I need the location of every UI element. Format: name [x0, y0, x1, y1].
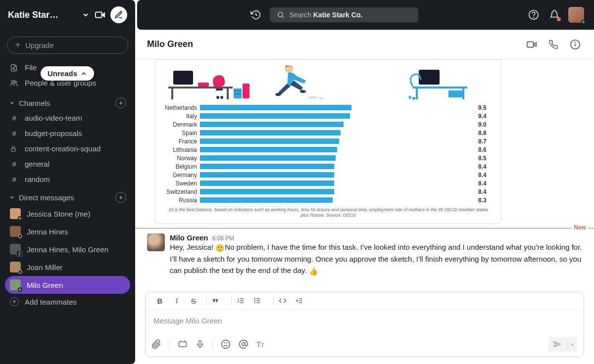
chart-bar-row: Russia8.3 [164, 196, 492, 204]
svg-rect-56 [199, 341, 201, 345]
add-dm-button[interactable]: + [115, 192, 126, 203]
add-channel-button[interactable]: + [115, 97, 126, 108]
channel-item[interactable]: #random [0, 172, 135, 187]
upgrade-label: Upgrade [25, 41, 54, 49]
italic-button[interactable]: I [169, 297, 184, 305]
dm-item[interactable]: Jenna Hines [0, 223, 135, 240]
svg-point-32 [308, 96, 318, 99]
strikethrough-button[interactable]: S [186, 297, 201, 305]
svg-point-40 [412, 97, 415, 100]
history-icon[interactable] [249, 8, 263, 22]
svg-point-29 [285, 66, 294, 73]
code-block-button[interactable] [296, 297, 310, 305]
add-teammates-button[interactable]: + Add teammates [0, 294, 135, 310]
search-input[interactable]: Search Katie Stark Co. [270, 7, 418, 22]
plus-icon: + [10, 297, 19, 306]
code-button[interactable] [279, 297, 294, 305]
message-text: Hey, Jessica! 🙂No problem, I have the ti… [170, 242, 582, 277]
avatar[interactable] [147, 233, 165, 251]
svg-rect-26 [234, 91, 242, 91]
new-label: New [572, 224, 588, 231]
dm-item[interactable]: Jessica Stone (me) [0, 205, 135, 223]
channel-item[interactable]: #audio-video-team [0, 110, 135, 126]
svg-point-59 [224, 343, 225, 343]
send-button[interactable] [548, 337, 567, 352]
presence-indicator [18, 270, 22, 274]
svg-point-23 [216, 96, 219, 99]
bold-button[interactable]: B [152, 297, 167, 305]
formatting-toggle-button[interactable]: TT [256, 340, 264, 349]
svg-point-61 [242, 343, 246, 346]
dms-list: Jessica Stone (me)Jenna Hines2Jenna Hine… [0, 205, 135, 294]
chart-category: France [164, 138, 197, 145]
dms-heading[interactable]: Direct messages + [0, 187, 135, 205]
bullet-list-button[interactable] [253, 297, 268, 305]
message[interactable]: Milo Green 6:06 PM Hey, Jessica! 🙂No pro… [135, 230, 594, 280]
main: Search Katie Stark Co. Milo Green [135, 0, 594, 364]
user-avatar[interactable] [568, 7, 584, 23]
chart-category: Sweden [164, 180, 197, 187]
dms-heading-label: Direct messages [19, 193, 74, 202]
notification-dot [557, 17, 561, 21]
presence-indicator [18, 216, 22, 221]
compose-button[interactable] [110, 6, 127, 23]
chart-value: 8.7 [478, 138, 492, 145]
composer-input[interactable]: Message Milo Green [146, 310, 584, 334]
formatting-toolbar: B I S [146, 292, 584, 310]
message-time: 6:06 PM [212, 235, 235, 242]
video-call-icon[interactable] [525, 39, 539, 50]
chart-category: Spain [164, 130, 197, 136]
emoji-button[interactable] [221, 339, 231, 349]
upgrade-button[interactable]: Upgrade [7, 37, 128, 54]
svg-point-16 [575, 42, 576, 43]
channel-item[interactable]: #budget-proposals [0, 126, 135, 141]
conversation-title[interactable]: Milo Green [147, 39, 517, 49]
svg-point-58 [222, 340, 230, 349]
ordered-list-button[interactable] [237, 297, 251, 305]
channels-heading[interactable]: Channels + [0, 92, 135, 110]
chart-bar-row: Netherlands9.5 [164, 103, 492, 112]
chart-bar-row: Spain8.8 [164, 129, 492, 137]
channel-item[interactable]: content-creation-squad [0, 141, 135, 156]
bell-icon[interactable] [547, 8, 561, 22]
chart-category: Germany [164, 172, 197, 179]
channel-item[interactable]: #general [0, 156, 135, 172]
chevron-down-icon [9, 194, 15, 200]
svg-rect-36 [462, 89, 464, 99]
message-author[interactable]: Milo Green [170, 233, 208, 242]
mention-button[interactable] [239, 339, 248, 349]
chart-bar-row: Switzerland8.4 [164, 187, 492, 196]
attach-file-button[interactable] [151, 339, 161, 349]
info-icon[interactable] [568, 39, 582, 50]
svg-point-48 [254, 300, 255, 301]
help-icon[interactable] [527, 8, 541, 22]
svg-point-6 [14, 81, 16, 83]
chart-attachment[interactable]: Netherlands9.5Italy9.4Denmark9.0Spain8.8… [155, 59, 501, 224]
search-prefix: Search [290, 11, 311, 19]
chart-category: Belgium [164, 163, 197, 170]
dm-name: Milo Green [27, 281, 63, 289]
svg-point-39 [409, 96, 411, 99]
svg-point-8 [278, 12, 282, 17]
channel-name: audio-video-team [25, 114, 82, 122]
chart-category: Switzerland [164, 188, 197, 195]
video-icon[interactable] [95, 9, 105, 20]
blockquote-button[interactable] [211, 297, 226, 305]
unreads-pill[interactable]: Unreads [41, 66, 94, 81]
send-options-button[interactable]: ▾ [567, 339, 578, 350]
video-clip-button[interactable] [178, 339, 188, 349]
workspace-switcher[interactable]: Katie Star… [0, 0, 135, 30]
svg-point-24 [220, 96, 223, 99]
dm-item[interactable]: 2Jenna Hines, Milo Green [0, 240, 135, 258]
dm-name: Jenna Hines [27, 228, 68, 236]
hash-icon: # [10, 129, 19, 137]
avatar [10, 208, 21, 219]
conversation-header: Milo Green [135, 30, 594, 59]
phone-call-icon[interactable] [546, 40, 560, 49]
dm-item[interactable]: Milo Green [5, 276, 130, 294]
topbar: Search Katie Stark Co. [137, 0, 594, 30]
mic-button[interactable] [196, 340, 204, 349]
channels-list: #audio-video-team#budget-proposalsconten… [0, 110, 135, 187]
dm-item[interactable]: Joan Miller [0, 258, 135, 276]
dm-name: Joan Miller [27, 263, 63, 272]
